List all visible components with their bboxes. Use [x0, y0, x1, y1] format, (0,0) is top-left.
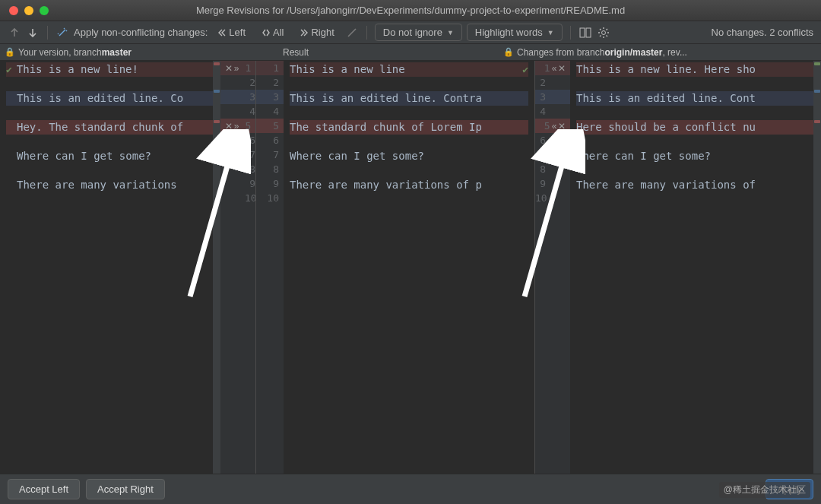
line-number: 1 — [540, 62, 550, 74]
gear-icon[interactable] — [597, 26, 610, 40]
titlebar: Merge Revisions for /Users/jahongirr/Dev… — [0, 0, 821, 21]
pane-headers: 🔒 Your version, branch master Result 🔒 C… — [0, 44, 821, 61]
apply-right-icon[interactable]: » — [234, 121, 239, 132]
line-number: 7 — [245, 149, 255, 160]
apply-right-button[interactable]: Right — [294, 24, 340, 40]
right-code[interactable]: This is a new line. Here sho This is an … — [570, 61, 821, 194]
line-number: 10 — [535, 192, 546, 204]
reject-icon[interactable]: ✕ — [558, 121, 566, 132]
apply-right-icon[interactable]: » — [234, 63, 239, 74]
apply-left-icon[interactable]: « — [552, 121, 557, 132]
code-line: Hey. The standard chunk of — [17, 120, 183, 135]
reject-icon[interactable]: ✕ — [558, 63, 566, 74]
line-number: 6 — [245, 135, 255, 146]
code-line: The standard chunk of Lorem Ip — [290, 120, 482, 135]
conflict-marker[interactable] — [214, 120, 220, 123]
center-code[interactable]: This is a new line✔ This is an edited li… — [284, 61, 534, 474]
line-number: 5 — [256, 119, 284, 133]
code-line: This is an edited line. Contra — [290, 91, 482, 106]
left-action-gutter: ✕»1 2 3 4 ✕»5 6 7 8 9 10 — [220, 61, 255, 474]
line-number: 7 — [535, 149, 546, 160]
code-line: There are many variations of — [576, 178, 756, 192]
line-number: 5 — [240, 120, 251, 132]
line-number: 8 — [245, 163, 255, 175]
bottom-bar: Accept Left Accept Right Apply — [0, 474, 821, 504]
right-pane-header: 🔒 Changes from branch origin/master , re… — [499, 44, 821, 60]
line-number: 2 — [256, 75, 284, 90]
center-pane[interactable]: 1 2 3 4 5 6 7 8 9 10 This is a new line✔… — [256, 61, 534, 474]
caret-down-icon: ▼ — [447, 29, 454, 36]
apply-label: Apply non-conflicting changes: — [74, 27, 208, 38]
line-number: 1 — [240, 62, 251, 74]
line-number: 5 — [540, 120, 550, 132]
lock-icon: 🔒 — [503, 47, 514, 57]
line-number: 2 — [245, 77, 255, 88]
right-header-prefix: Changes from branch — [517, 47, 604, 58]
line-number: 3 — [535, 91, 546, 103]
prev-diff-icon[interactable] — [8, 26, 21, 40]
line-number: 3 — [245, 91, 255, 103]
svg-rect-0 — [580, 28, 585, 37]
revert-icon[interactable] — [345, 26, 359, 40]
lock-icon: 🔒 — [5, 47, 15, 57]
chevrons-right-icon — [300, 29, 308, 36]
check-icon: ✔ — [6, 62, 12, 77]
accept-left-button[interactable]: Accept Left — [8, 479, 80, 499]
close-window-button[interactable] — [9, 6, 18, 15]
apply-left-button[interactable]: Left — [212, 24, 252, 40]
reject-icon[interactable]: ✕ — [225, 121, 233, 132]
line-number: 4 — [535, 106, 546, 117]
accept-right-button[interactable]: Accept Right — [86, 479, 165, 499]
center-gutter: 1 2 3 4 5 6 7 8 9 10 — [256, 61, 284, 474]
left-code[interactable]: ✔This is a new line! This is an edited l… — [0, 61, 220, 194]
merge-toolbar: Apply non-conflicting changes: Left All … — [0, 21, 821, 44]
magic-wand-icon[interactable] — [55, 26, 69, 40]
center-pane-header: Result — [220, 44, 499, 60]
line-number: 1 — [256, 61, 284, 75]
right-branch-name: origin/master — [604, 47, 662, 58]
maximize-window-button[interactable] — [40, 6, 49, 15]
highlight-dropdown[interactable]: Highlight words ▼ — [467, 24, 563, 41]
left-pane[interactable]: ✔This is a new line! This is an edited l… — [0, 61, 220, 474]
apply-right-label: Right — [311, 27, 334, 38]
line-number: 8 — [535, 163, 546, 175]
change-marker[interactable] — [814, 90, 820, 93]
apply-all-label: All — [273, 27, 284, 38]
apply-all-button[interactable]: All — [256, 24, 290, 40]
line-number: 6 — [535, 135, 546, 146]
line-number: 7 — [256, 147, 284, 162]
chevrons-left-icon — [218, 29, 226, 36]
left-branch-name: master — [102, 47, 132, 58]
minimize-window-button[interactable] — [24, 6, 33, 15]
line-number: 6 — [256, 133, 284, 147]
svg-point-2 — [601, 30, 605, 34]
layout-icon[interactable] — [579, 26, 592, 40]
conflict-marker[interactable] — [214, 62, 220, 65]
left-header-prefix: Your version, branch — [18, 47, 102, 58]
line-number: 3 — [256, 90, 284, 104]
code-line: This is a new line — [290, 62, 405, 77]
chevrons-both-icon — [262, 29, 270, 36]
traffic-lights — [0, 6, 49, 15]
left-margin — [213, 61, 220, 474]
highlight-dropdown-label: Highlight words — [475, 27, 543, 38]
apply-left-label: Left — [229, 27, 246, 38]
apply-left-icon[interactable]: « — [552, 63, 557, 74]
conflict-marker[interactable] — [814, 120, 820, 123]
accepted-marker[interactable] — [814, 62, 820, 65]
window-title: Merge Revisions for /Users/jahongirr/Dev… — [0, 5, 821, 16]
reject-icon[interactable]: ✕ — [225, 63, 233, 74]
merge-content: ✔This is a new line! This is an edited l… — [0, 61, 821, 474]
ignore-dropdown[interactable]: Do not ignore ▼ — [375, 24, 462, 41]
center-header-label: Result — [283, 47, 309, 58]
line-number: 10 — [245, 192, 255, 204]
next-diff-icon[interactable] — [26, 26, 40, 40]
line-number: 4 — [256, 104, 284, 119]
change-marker[interactable] — [214, 90, 220, 93]
right-pane[interactable]: This is a new line. Here sho This is an … — [570, 61, 821, 474]
line-number: 10 — [256, 191, 284, 205]
right-margin — [813, 61, 821, 474]
code-line: This is an edited line. Cont — [576, 91, 756, 106]
svg-rect-1 — [586, 28, 591, 37]
code-line: There are many variations of p — [290, 178, 482, 192]
